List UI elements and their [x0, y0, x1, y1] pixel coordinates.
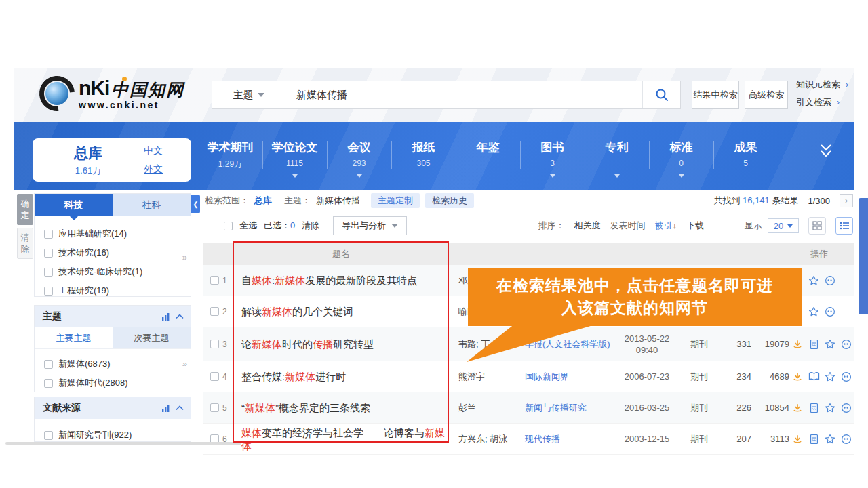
checkbox-icon[interactable] [44, 249, 53, 258]
result-download-count[interactable]: 19079 [751, 339, 789, 349]
favorite-icon[interactable] [825, 433, 836, 445]
citation-search-link[interactable]: 引文检索› [796, 96, 848, 108]
nav-item-database-6[interactable]: 专利 [585, 133, 649, 182]
checkbox-icon[interactable] [44, 268, 53, 277]
search-in-results-button[interactable]: 结果中检索 [692, 81, 739, 109]
download-icon[interactable] [792, 338, 804, 350]
grid-view-button[interactable] [808, 217, 826, 235]
html-read-icon[interactable] [808, 402, 820, 413]
expand-more-icon[interactable]: » [182, 359, 187, 369]
search-history-chip[interactable]: 检索历史 [425, 193, 474, 208]
search-field-dropdown[interactable]: 主题 [212, 81, 285, 108]
nav-item-database-1[interactable]: 学位论文1115 [262, 133, 327, 182]
result-title-link[interactable]: 整合传媒:新媒体进行时 [233, 370, 449, 383]
result-cited-count[interactable]: 226 [719, 403, 751, 413]
sidebar-collapse-button[interactable]: ❮ [191, 195, 200, 214]
result-title-link[interactable]: 媒体变革的经济学与社会学——论博客与新媒体 [233, 426, 449, 452]
result-source-link[interactable]: 现代传播 [525, 433, 614, 445]
expand-more-icon[interactable]: » [182, 252, 187, 262]
favorite-icon[interactable] [825, 402, 836, 413]
search-button[interactable] [642, 81, 680, 108]
result-title-link[interactable]: 解读新媒体的几个关键词 [233, 305, 449, 318]
checkbox-icon[interactable] [44, 230, 53, 239]
result-cited-count[interactable]: 234 [719, 371, 751, 382]
result-download-count[interactable]: 3113 [751, 434, 789, 444]
tab-science[interactable]: 科技 [35, 194, 113, 216]
html-read-icon[interactable] [808, 338, 820, 350]
favorite-icon[interactable] [825, 338, 836, 350]
filter-confirm-button[interactable]: 确定 [17, 194, 33, 225]
row-checkbox[interactable] [210, 372, 219, 381]
clear-selection-button[interactable]: 清除 [302, 220, 319, 232]
lang-foreign-link[interactable]: 外文 [144, 163, 163, 176]
result-title-link[interactable]: 论新媒体时代的传播研究转型 [233, 338, 449, 350]
row-checkbox[interactable] [210, 340, 219, 348]
topic-customize-chip[interactable]: 主题定制 [371, 193, 420, 208]
topic-filter-item-0[interactable]: 新媒体(6873) [44, 354, 191, 373]
result-authors[interactable]: 方兴东; 胡泳 [449, 433, 525, 445]
cnki-logo[interactable]: nKi 中国知网 www.cnki.net [39, 76, 184, 111]
source-filter-item-0[interactable]: 新闻研究导刊(922) [44, 426, 191, 442]
nav-item-database-7[interactable]: 标准0 [649, 133, 713, 182]
nav-item-database-3[interactable]: 报纸305 [391, 133, 456, 182]
select-all-label[interactable]: 全选 [239, 220, 257, 232]
cite-icon[interactable] [841, 371, 852, 382]
html-read-icon[interactable] [808, 433, 820, 445]
category-filter-item-0[interactable]: 应用基础研究(14) [44, 224, 191, 243]
bar-chart-icon[interactable] [161, 312, 170, 321]
sort-publish-time[interactable]: 发表时间 [610, 220, 646, 232]
nav-item-database-8[interactable]: 成果5 [713, 133, 778, 182]
side-feedback-widget[interactable] [859, 198, 868, 314]
column-header-title[interactable]: 题名 [233, 248, 449, 260]
nav-item-database-0[interactable]: 学术期刊1.29万 [198, 133, 262, 182]
select-all-checkbox[interactable] [224, 222, 233, 230]
cite-icon[interactable] [841, 338, 852, 350]
list-view-button[interactable] [835, 217, 853, 235]
sort-download[interactable]: 下载 [686, 220, 704, 232]
cite-icon[interactable] [841, 433, 852, 445]
nav-item-database-2[interactable]: 会议293 [327, 133, 391, 182]
chevron-up-icon[interactable] [176, 314, 184, 319]
tab-secondary-topic[interactable]: 次要主题 [113, 327, 191, 348]
checkbox-icon[interactable] [44, 379, 53, 388]
next-page-button[interactable]: › [840, 194, 853, 207]
sort-cited[interactable]: 被引↓ [655, 220, 677, 232]
page-size-select[interactable]: 20 [768, 218, 799, 233]
download-icon[interactable] [792, 371, 804, 382]
nav-item-database-4[interactable]: 年鉴 [456, 133, 520, 182]
result-download-count[interactable]: 10854 [751, 403, 789, 413]
topic-filter-item-1[interactable]: 新媒体时代(2808) [44, 373, 191, 392]
search-input[interactable] [285, 81, 642, 108]
cite-icon[interactable] [825, 274, 836, 286]
favorite-icon[interactable] [825, 371, 836, 382]
knowledge-element-search-link[interactable]: 知识元检索› [796, 79, 848, 91]
category-filter-item-3[interactable]: 工程研究(19) [44, 281, 191, 300]
favorite-icon[interactable] [808, 274, 820, 286]
scope-value[interactable]: 总库 [254, 195, 272, 207]
advanced-search-button[interactable]: 高级检索 [745, 81, 788, 109]
cite-icon[interactable] [841, 402, 852, 413]
filter-clear-button[interactable]: 清除 [17, 228, 33, 259]
result-download-count[interactable]: 4689 [751, 371, 789, 382]
read-book-icon[interactable] [808, 371, 820, 382]
result-title-link[interactable]: 自媒体:新媒体发展的最新阶段及其特点 [233, 274, 449, 287]
cite-icon[interactable] [825, 306, 836, 317]
category-filter-item-2[interactable]: 技术研究-临床研究(1) [44, 262, 191, 281]
row-checkbox[interactable] [210, 403, 219, 412]
result-source-link[interactable]: 国际新闻界 [525, 371, 614, 382]
lang-chinese-link[interactable]: 中文 [144, 145, 163, 157]
tab-primary-topic[interactable]: 主要主题 [35, 327, 113, 348]
nav-item-database-5[interactable]: 图书3 [520, 133, 585, 182]
favorite-icon[interactable] [808, 306, 820, 317]
nav-expand-button[interactable] [816, 142, 835, 163]
download-icon[interactable] [792, 433, 804, 445]
checkbox-icon[interactable] [44, 431, 53, 440]
result-authors[interactable]: 彭兰 [449, 402, 525, 414]
checkbox-icon[interactable] [44, 287, 53, 296]
result-source-link[interactable]: 新闻与传播研究 [525, 402, 614, 413]
result-cited-count[interactable]: 207 [719, 434, 751, 444]
bar-chart-icon[interactable] [161, 404, 170, 413]
category-filter-item-1[interactable]: 技术研究(16) [44, 243, 191, 262]
total-library-card[interactable]: 总库 1.61万 中文 外文 [33, 138, 191, 182]
result-title-link[interactable]: “新媒体”概念界定的三条线索 [233, 401, 449, 414]
